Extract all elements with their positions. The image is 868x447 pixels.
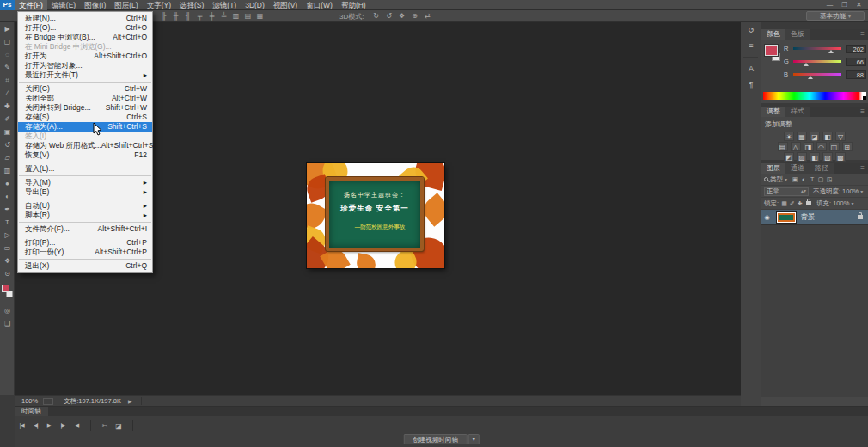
tab-timeline[interactable]: 时间轴: [15, 407, 48, 416]
close-button[interactable]: ✕: [852, 0, 866, 9]
mute-audio-button[interactable]: ◀: [70, 422, 83, 429]
file-menu-item[interactable]: 签入(I)...: [18, 132, 152, 141]
history-brush-tool[interactable]: ↺: [0, 138, 15, 151]
channel-slider-G[interactable]: [793, 60, 841, 63]
menubar-item-1[interactable]: 编辑(E): [47, 0, 80, 10]
file-menu-item[interactable]: 存储为(A)...Shift+Ctrl+S: [18, 122, 152, 132]
rectangle-tool[interactable]: ▭: [0, 242, 15, 254]
gradient-tool[interactable]: ▥: [0, 164, 15, 177]
split-clip-icon[interactable]: ✂: [98, 422, 112, 430]
tab-color[interactable]: 颜色: [761, 29, 785, 40]
align-bottom-edges-icon[interactable]: ╧: [219, 11, 229, 21]
slider-thumb[interactable]: [828, 50, 834, 53]
filter-type-label[interactable]: 类型: [770, 175, 783, 184]
channel-value[interactable]: 202: [846, 45, 866, 53]
file-menu-item[interactable]: 关闭全部Alt+Ctrl+W: [18, 94, 152, 103]
tab-swatches[interactable]: 色板: [785, 29, 810, 40]
menubar-item-4[interactable]: 文字(Y): [143, 0, 175, 10]
document-canvas[interactable]: 扬名中学主题班会： 珍爱生命 安全第一 —防范校园意外事故: [307, 163, 444, 268]
path-selection-tool[interactable]: ▷: [0, 229, 15, 242]
menubar-item-10[interactable]: 帮助(H): [337, 0, 370, 10]
tab-styles[interactable]: 样式: [785, 107, 810, 117]
zoom-level[interactable]: 100%: [21, 397, 38, 405]
distribute-left-icon[interactable]: ▥: [231, 11, 241, 21]
file-menu-item[interactable]: 在 Mini Bridge 中浏览(G)...: [18, 42, 152, 52]
file-menu-item[interactable]: 打印一份(Y)Alt+Shift+Ctrl+P: [18, 248, 152, 257]
channel-slider-B[interactable]: [793, 73, 841, 76]
distribute-right-icon[interactable]: ▦: [255, 11, 265, 21]
foreground-color-swatch[interactable]: [2, 285, 9, 292]
panel-menu-icon[interactable]: ≡: [857, 29, 868, 40]
filter-adjustment-layers-icon[interactable]: ◐: [799, 176, 808, 183]
move-tool[interactable]: ▶: [0, 22, 15, 35]
chevron-down-icon[interactable]: ▾: [468, 434, 480, 444]
layer-name[interactable]: 背景: [801, 212, 815, 222]
channel-mixer-icon[interactable]: ◫: [829, 142, 840, 151]
channel-slider-R[interactable]: [793, 47, 841, 50]
quick-mask-button[interactable]: ◎: [0, 304, 15, 317]
lasso-tool[interactable]: ◌: [0, 48, 15, 61]
first-frame-button[interactable]: |◀: [15, 422, 28, 429]
lock-transparent-pixels-icon[interactable]: ▦: [780, 200, 788, 207]
crop-tool[interactable]: ⌗: [0, 74, 15, 87]
menubar-item-9[interactable]: 窗口(W): [302, 0, 337, 10]
black-white-icon[interactable]: ◨: [804, 142, 814, 151]
clone-stamp-tool[interactable]: ▣: [0, 126, 15, 138]
slider-thumb[interactable]: [808, 76, 813, 79]
color-lookup-icon[interactable]: ⊞: [842, 142, 853, 151]
file-menu-item[interactable]: 打印(P)...Ctrl+P: [18, 238, 152, 248]
channel-value[interactable]: 66: [846, 58, 866, 66]
filter-pixel-layers-icon[interactable]: ▣: [791, 176, 799, 183]
lock-position-icon[interactable]: ✚: [796, 200, 804, 207]
play-button[interactable]: ▶: [42, 422, 56, 429]
rectangular-marquee-tool[interactable]: ▢: [0, 35, 15, 48]
brightness-contrast-icon[interactable]: ☀: [784, 132, 794, 141]
visibility-eye-icon[interactable]: ◉: [761, 210, 773, 225]
lock-all-icon[interactable]: [806, 201, 811, 205]
3d-rotate-icon[interactable]: ↻: [371, 11, 381, 21]
screen-mode-button[interactable]: ❏: [0, 317, 15, 330]
transition-icon[interactable]: ◪: [112, 422, 125, 430]
align-vertical-centers-icon[interactable]: ╪: [207, 11, 217, 21]
file-menu-item[interactable]: 导入(M)▸: [18, 178, 152, 187]
tab-channels[interactable]: 通道: [785, 163, 810, 174]
3d-scale-icon[interactable]: ⇄: [423, 11, 432, 21]
hand-tool[interactable]: ❖: [0, 254, 15, 267]
menubar-item-5[interactable]: 选择(S): [175, 0, 208, 10]
vibrance-icon[interactable]: ▽: [835, 132, 846, 141]
brush-tool[interactable]: ✐: [0, 113, 15, 126]
pen-tool[interactable]: ✒: [0, 203, 15, 216]
restore-button[interactable]: ❐: [837, 0, 852, 9]
menubar-item-2[interactable]: 图像(I): [80, 0, 110, 10]
levels-icon[interactable]: ▦: [797, 132, 807, 141]
exposure-icon[interactable]: ◧: [822, 132, 833, 141]
workspace-switcher[interactable]: 基本功能 ▾: [806, 11, 865, 21]
history-panel-icon[interactable]: ↺: [741, 22, 761, 38]
align-horizontal-centers-icon[interactable]: ╫: [171, 11, 180, 21]
foreground-color-swatch[interactable]: [765, 45, 778, 56]
opacity-value[interactable]: 100%: [842, 187, 859, 195]
3d-roll-icon[interactable]: ↺: [384, 11, 394, 21]
file-menu-item[interactable]: 导出(E)▸: [18, 187, 152, 197]
lock-image-pixels-icon[interactable]: ✐: [788, 200, 796, 207]
zoom-tool[interactable]: ⊙: [0, 267, 15, 280]
gradient-map-icon[interactable]: ▩: [835, 152, 846, 162]
menubar-item-8[interactable]: 视图(V): [269, 0, 302, 10]
menubar-item-7[interactable]: 3D(D): [241, 0, 269, 10]
file-menu-item[interactable]: 在 Bridge 中浏览(B)...Alt+Ctrl+O: [18, 33, 152, 42]
file-menu-item[interactable]: 自动(U)▸: [18, 201, 152, 211]
file-menu-item[interactable]: 退出(X)Ctrl+Q: [18, 261, 152, 271]
distribute-center-icon[interactable]: ▤: [243, 11, 253, 21]
color-spectrum-ramp[interactable]: [763, 92, 866, 100]
next-frame-button[interactable]: |▶: [56, 422, 70, 429]
quick-selection-tool[interactable]: ✎: [0, 61, 15, 74]
align-right-edges-icon[interactable]: ╢: [183, 11, 193, 21]
eraser-tool[interactable]: ▱: [0, 151, 15, 164]
color-swatches[interactable]: [0, 282, 15, 304]
file-menu-item[interactable]: 置入(L)...: [18, 164, 152, 174]
panel-menu-icon[interactable]: ≡: [857, 163, 868, 174]
menubar-item-0[interactable]: 文件(F): [15, 0, 47, 10]
file-menu-item[interactable]: 存储(S)Ctrl+S: [18, 113, 152, 122]
file-menu-item[interactable]: 打开为智能对象...: [18, 61, 152, 70]
dodge-tool[interactable]: ◐: [0, 190, 15, 203]
